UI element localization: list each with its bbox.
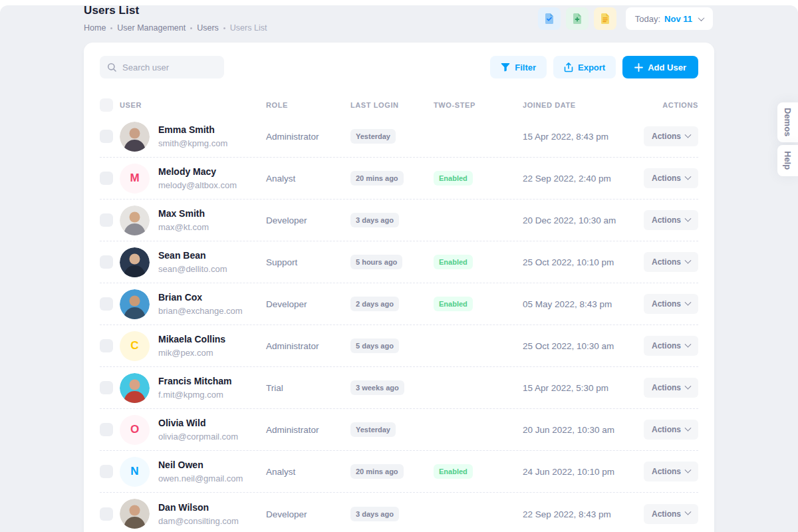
avatar[interactable]: N: [120, 457, 150, 487]
actions-button-label: Actions: [652, 174, 681, 183]
user-name[interactable]: Olivia Wild: [158, 418, 238, 428]
user-role: Developer: [266, 509, 307, 519]
breadcrumb-item-home[interactable]: Home: [84, 23, 106, 33]
user-name[interactable]: Mikaela Collins: [158, 334, 225, 344]
export-button[interactable]: Export: [553, 56, 616, 78]
user-email: sean@dellito.com: [158, 264, 227, 274]
actions-dropdown-button[interactable]: Actions: [644, 504, 698, 524]
avatar[interactable]: [120, 205, 150, 235]
user-email: brian@exchange.com: [158, 306, 243, 316]
avatar[interactable]: C: [120, 331, 150, 361]
filter-button[interactable]: Filter: [490, 56, 547, 78]
two-step-badge: Enabled: [434, 464, 473, 479]
breadcrumb-item-users[interactable]: Users: [197, 23, 219, 33]
actions-button-label: Actions: [652, 215, 681, 225]
side-tab-help-label: Help: [783, 151, 793, 170]
avatar[interactable]: O: [120, 415, 150, 445]
table-row: Emma Smith smith@kpmg.com Administrator …: [100, 116, 698, 158]
row-checkbox[interactable]: [100, 297, 113, 311]
actions-dropdown-button[interactable]: Actions: [644, 126, 698, 146]
row-checkbox[interactable]: [100, 381, 113, 394]
doc-plus-button[interactable]: [566, 7, 589, 30]
chevron-down-icon: [685, 299, 692, 305]
row-checkbox[interactable]: [100, 213, 113, 227]
user-name[interactable]: Sean Bean: [158, 250, 227, 261]
last-login-badge: 3 weeks ago: [350, 380, 404, 395]
search-box: [100, 56, 224, 78]
row-checkbox[interactable]: [100, 255, 113, 269]
user-role: Administrator: [266, 425, 319, 435]
actions-button-label: Actions: [652, 132, 681, 141]
user-name[interactable]: Brian Cox: [158, 292, 243, 303]
add-user-button[interactable]: Add User: [622, 56, 698, 78]
actions-dropdown-button[interactable]: Actions: [644, 462, 698, 481]
doc-check-button[interactable]: [538, 7, 561, 30]
avatar[interactable]: [120, 122, 150, 152]
actions-dropdown-button[interactable]: Actions: [644, 336, 698, 356]
actions-dropdown-button[interactable]: Actions: [644, 168, 698, 188]
column-header-last-login[interactable]: LAST LOGIN: [350, 101, 434, 109]
user-email: max@kt.com: [158, 222, 209, 232]
avatar[interactable]: [120, 289, 150, 319]
date-label: Today:: [635, 14, 660, 24]
column-header-role[interactable]: ROLE: [266, 101, 350, 109]
avatar[interactable]: [120, 247, 150, 277]
doc-check-icon: [543, 13, 555, 25]
row-checkbox[interactable]: [100, 339, 113, 352]
user-name[interactable]: Melody Macy: [158, 166, 237, 177]
filter-button-label: Filter: [515, 63, 536, 72]
chevron-down-icon: [685, 131, 692, 138]
search-icon: [107, 63, 117, 72]
column-header-two-step[interactable]: TWO-STEP: [434, 101, 523, 109]
table-header-row: USER ROLE LAST LOGIN TWO-STEP JOINED DAT…: [100, 94, 698, 116]
row-checkbox[interactable]: [100, 465, 113, 478]
user-name[interactable]: Max Smith: [158, 208, 209, 219]
actions-dropdown-button[interactable]: Actions: [644, 420, 698, 440]
joined-date: 05 May 2022, 8:43 pm: [523, 299, 612, 309]
row-checkbox[interactable]: [100, 423, 113, 436]
search-input[interactable]: [122, 63, 217, 72]
actions-dropdown-button[interactable]: Actions: [644, 378, 698, 398]
column-header-joined-date[interactable]: JOINED DATE: [523, 101, 632, 109]
table-row: Brian Cox brian@exchange.com Developer 2…: [100, 283, 698, 325]
side-tab-demos[interactable]: Demos: [777, 102, 798, 142]
user-role: Administrator: [266, 341, 319, 351]
side-tab-help[interactable]: Help: [777, 145, 798, 176]
last-login-badge: 20 mins ago: [350, 171, 404, 186]
user-name[interactable]: Dan Wilson: [158, 502, 239, 513]
avatar[interactable]: M: [120, 164, 150, 194]
actions-dropdown-button[interactable]: Actions: [644, 210, 698, 230]
table-row: O Olivia Wild olivia@corpmail.com Admini…: [100, 409, 698, 451]
actions-dropdown-button[interactable]: Actions: [644, 294, 698, 314]
joined-date: 22 Sep 2022, 8:43 pm: [523, 509, 611, 519]
user-role: Trial: [266, 383, 283, 393]
last-login-badge: 5 days ago: [350, 338, 399, 353]
user-name[interactable]: Neil Owen: [158, 460, 243, 470]
doc-plus-icon: [571, 13, 583, 25]
chevron-down-icon: [685, 509, 692, 515]
toolbar-buttons: Filter Export Add User: [490, 56, 698, 78]
two-step-badge: Enabled: [434, 297, 473, 311]
avatar[interactable]: [120, 373, 150, 403]
user-name[interactable]: Emma Smith: [158, 124, 227, 135]
date-picker-button[interactable]: Today: Nov 11: [626, 7, 713, 30]
row-checkbox[interactable]: [100, 172, 113, 185]
select-all-checkbox[interactable]: [100, 98, 113, 112]
two-step-badge: Enabled: [434, 171, 473, 186]
row-checkbox[interactable]: [100, 507, 113, 521]
last-login-badge: 20 mins ago: [350, 464, 404, 479]
breadcrumb-item-user-management[interactable]: User Management: [117, 23, 186, 33]
row-checkbox[interactable]: [100, 130, 113, 143]
chevron-down-icon: [685, 466, 692, 473]
actions-dropdown-button[interactable]: Actions: [644, 252, 698, 272]
page-header: Users List Home User Management Users Us…: [84, 4, 267, 33]
column-header-user[interactable]: USER: [120, 101, 266, 109]
user-name[interactable]: Francis Mitcham: [158, 376, 231, 386]
column-header-actions: ACTIONS: [632, 101, 698, 109]
actions-button-label: Actions: [652, 467, 681, 476]
user-email: owen.neil@gmail.com: [158, 473, 243, 483]
table-body: Emma Smith smith@kpmg.com Administrator …: [100, 116, 698, 532]
avatar[interactable]: [120, 499, 150, 529]
doc-lines-button[interactable]: [594, 7, 616, 30]
user-role: Developer: [266, 299, 307, 309]
